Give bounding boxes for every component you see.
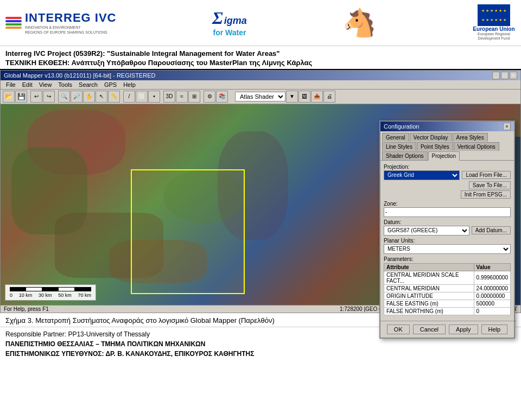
dialog-help-btn[interactable]: Help bbox=[481, 324, 508, 334]
tool-draw-point[interactable]: • bbox=[148, 91, 160, 103]
save-to-file-btn[interactable]: Save To File... bbox=[469, 181, 511, 189]
param-row-5: FALSE NORTHING (m) 0 bbox=[384, 307, 511, 315]
tool-save[interactable]: 💾 bbox=[15, 91, 27, 103]
gm-minimize-btn[interactable]: _ bbox=[492, 72, 500, 79]
tab-vertical[interactable]: Vertical Options bbox=[454, 142, 499, 151]
zone-label: Zone: bbox=[384, 201, 511, 207]
eu-name-text: European Union bbox=[473, 26, 514, 32]
tool-render[interactable]: 🖼 bbox=[298, 91, 310, 103]
tab-shader[interactable]: Shader Options bbox=[382, 151, 428, 160]
menu-edit[interactable]: Edit bbox=[19, 81, 36, 88]
footer-line-3: ΕΠΙΣΤΗΜΟΝΙΚΩΣ ΥΠΕΥΘΥΝΟΣ: ΔΡ. Β. ΚΑΝΑΚΟΥΔ… bbox=[5, 349, 516, 359]
param-attr-5: FALSE NORTHING (m) bbox=[384, 307, 474, 315]
config-dialog: Configuration × General Vector Display A… bbox=[379, 120, 515, 339]
init-from-epsg-btn[interactable]: Init From EPSG... bbox=[461, 190, 511, 199]
tool-pan[interactable]: ✋ bbox=[83, 91, 95, 103]
datum-row: Datum: GGRS87 (GREECE) Add Datum... bbox=[384, 219, 511, 236]
seg-1 bbox=[10, 287, 26, 291]
header-logos: INTERREG IVC INNOVATION & ENVIRONMENTREG… bbox=[0, 0, 521, 46]
gm-window: Global Mapper v13.00 (b121011) [64-bit] … bbox=[0, 70, 521, 313]
tool-3d[interactable]: 3D bbox=[163, 91, 175, 103]
tool-shader-options[interactable]: ▼ bbox=[286, 91, 298, 103]
tab-vector[interactable]: Vector Display bbox=[410, 133, 452, 142]
scale-ruler bbox=[10, 287, 91, 291]
tool-contour[interactable]: ≈ bbox=[176, 91, 188, 103]
param-value-5: 0 bbox=[474, 307, 510, 315]
gm-close-btn[interactable]: × bbox=[510, 72, 517, 79]
projection-dropdown[interactable]: Greek Grid bbox=[384, 170, 460, 180]
datum-dropdown[interactable]: GGRS87 (GREECE) bbox=[384, 226, 469, 236]
wave-blue bbox=[5, 20, 22, 22]
seg-4 bbox=[59, 287, 75, 291]
tab-point[interactable]: Point Styles bbox=[417, 142, 453, 151]
gm-title-text: Global Mapper v13.00 (b121011) [64-bit] … bbox=[4, 72, 155, 79]
sigma-text: Σ igma bbox=[212, 8, 247, 28]
tool-grid[interactable]: ⊞ bbox=[188, 91, 200, 103]
tab-projection[interactable]: Projection bbox=[428, 151, 460, 161]
eu-star-5: ★ bbox=[499, 9, 502, 13]
sigma-symbol: Σ bbox=[212, 8, 223, 28]
config-tabs: General Vector Display Area Styles Line … bbox=[380, 131, 514, 160]
gm-maximize-btn[interactable]: □ bbox=[501, 72, 509, 79]
config-titlebar: Configuration × bbox=[380, 122, 514, 131]
wave-red bbox=[5, 17, 22, 19]
shader-selector: Atlas Shader bbox=[233, 92, 285, 101]
caption-text: Σχήμα 3. Μετατροπή Συστήματος Αναφοράς σ… bbox=[5, 316, 275, 324]
interreg-waves bbox=[5, 17, 22, 29]
tool-zoom-in[interactable]: 🔍 bbox=[58, 91, 70, 103]
menu-search[interactable]: Search bbox=[75, 81, 101, 88]
menu-view[interactable]: View bbox=[36, 81, 55, 88]
planar-units-dropdown[interactable]: METERS bbox=[384, 244, 511, 254]
tool-zoom-out[interactable]: 🔎 bbox=[71, 91, 82, 103]
params-table: Attribute Value CENTRAL MERIDIAN SCALE F… bbox=[384, 263, 511, 315]
eu-star-10: ★ bbox=[494, 18, 498, 22]
eu-star-1: ★ bbox=[481, 9, 485, 13]
load-from-file-btn[interactable]: Load From File... bbox=[462, 171, 511, 179]
scale-segments bbox=[10, 287, 91, 291]
tool-select[interactable]: ↖ bbox=[96, 91, 107, 103]
tool-redo[interactable]: ↪ bbox=[43, 91, 55, 103]
tool-undo[interactable]: ↩ bbox=[30, 91, 42, 103]
param-value-2: 24.00000000 bbox=[474, 284, 510, 292]
tab-general[interactable]: General bbox=[382, 133, 409, 142]
wave-orange bbox=[5, 27, 22, 29]
eu-star-7: ★ bbox=[481, 18, 485, 22]
planar-units-label: Planar Units: bbox=[384, 238, 511, 244]
menu-help[interactable]: Help bbox=[120, 81, 139, 88]
tool-layers[interactable]: 📚 bbox=[216, 91, 228, 103]
eu-star-3: ★ bbox=[490, 9, 493, 13]
menu-gps[interactable]: GPS bbox=[101, 81, 120, 88]
tool-measure[interactable]: 📏 bbox=[108, 91, 120, 103]
seg-5 bbox=[75, 287, 91, 291]
dialog-ok-btn[interactable]: OK bbox=[387, 324, 410, 334]
tool-print[interactable]: 🖨 bbox=[323, 91, 335, 103]
tool-config[interactable]: ⚙ bbox=[204, 91, 215, 103]
add-datum-btn[interactable]: Add Datum... bbox=[472, 226, 511, 234]
parameters-label: Parameters: bbox=[384, 256, 511, 262]
menu-file[interactable]: File bbox=[3, 81, 19, 88]
shader-dropdown[interactable]: Atlas Shader bbox=[235, 92, 285, 101]
dialog-apply-btn[interactable]: Apply bbox=[449, 324, 478, 334]
param-value-4: 500000 bbox=[474, 300, 510, 307]
projection-input-row: Greek Grid Load From File... bbox=[384, 170, 511, 180]
zone-input[interactable] bbox=[384, 207, 511, 217]
projection-row: Projection: Greek Grid Load From File...… bbox=[384, 164, 511, 199]
config-close-btn[interactable]: × bbox=[503, 123, 511, 130]
param-attr-3: ORIGIN LATITUDE bbox=[384, 292, 474, 300]
dialog-cancel-btn[interactable]: Cancel bbox=[413, 324, 446, 334]
tool-draw-line[interactable]: / bbox=[123, 91, 135, 103]
tool-open[interactable]: 📂 bbox=[3, 91, 15, 103]
tool-export[interactable]: 📤 bbox=[311, 91, 323, 103]
scale-50: 50 km bbox=[58, 292, 72, 298]
menu-tools[interactable]: Tools bbox=[55, 81, 75, 88]
tool-draw-area[interactable]: ⬜ bbox=[136, 91, 148, 103]
eu-star-9: ★ bbox=[490, 18, 493, 22]
eu-star-4: ★ bbox=[494, 9, 498, 13]
tab-line[interactable]: Line Styles bbox=[382, 142, 416, 151]
param-row-3: ORIGIN LATITUDE 0.00000000 bbox=[384, 292, 511, 300]
scale-30: 30 km bbox=[39, 292, 52, 298]
eu-star-12: ★ bbox=[503, 18, 506, 22]
planar-units-row: Planar Units: METERS bbox=[384, 238, 511, 254]
projection-label: Projection: bbox=[384, 164, 511, 170]
tab-area[interactable]: Area Styles bbox=[453, 133, 488, 142]
